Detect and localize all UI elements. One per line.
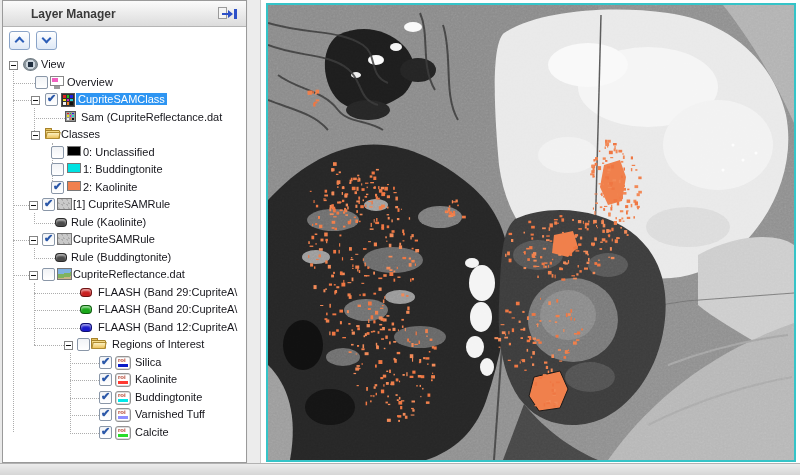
collapse-expander[interactable] xyxy=(9,61,18,70)
visibility-checkbox-1-cupritesamrule[interactable] xyxy=(42,198,55,211)
band-icon xyxy=(80,305,92,314)
tree-label-0-unclassified: 0: Unclassified xyxy=(83,146,155,158)
tree-label-kaolinite: Kaolinite xyxy=(135,373,177,385)
tree-connector xyxy=(13,205,29,206)
visibility-checkbox-0-unclassified[interactable] xyxy=(51,146,64,159)
tree-connector xyxy=(13,240,29,241)
panel-titlebar: Layer Manager xyxy=(3,1,246,27)
collapse-expander[interactable] xyxy=(31,96,40,105)
collapse-expander[interactable] xyxy=(29,271,38,280)
class-grid-small-icon xyxy=(65,111,76,122)
tree-row-sam-cupritereflectance-dat[interactable]: Sam (CupriteReflectance.dat xyxy=(3,109,246,127)
tree-connector xyxy=(70,398,99,399)
visibility-checkbox-kaolinite[interactable] xyxy=(99,373,112,386)
tree-row-classes[interactable]: Classes xyxy=(3,126,246,144)
folder-icon xyxy=(91,338,107,350)
dock-panel-icon[interactable] xyxy=(218,6,238,21)
visibility-checkbox-cupritereflectance-dat[interactable] xyxy=(42,268,55,281)
band-icon xyxy=(80,323,92,332)
tree-connector xyxy=(34,310,80,311)
status-strip xyxy=(0,463,800,475)
tree-row-varnished-tuff[interactable]: roiVarnished Tuff xyxy=(3,406,246,424)
view-eye-icon xyxy=(23,58,38,71)
layer-tree: ViewOverviewCupriteSAMClassSam (CupriteR… xyxy=(3,54,246,462)
visibility-checkbox-varnished-tuff[interactable] xyxy=(99,408,112,421)
tree-row-0-unclassified[interactable]: 0: Unclassified xyxy=(3,144,246,162)
tree-label-flaash-band-20-cupritea: FLAASH (Band 20:CupriteA\ xyxy=(98,303,237,315)
tree-row-rule-kaolinite[interactable]: Rule (Kaolinite) xyxy=(3,214,246,232)
tree-connector xyxy=(13,275,29,276)
tree-connector xyxy=(34,118,65,119)
tree-row-kaolinite[interactable]: roiKaolinite xyxy=(3,371,246,389)
tree-row-cupritereflectance-dat[interactable]: CupriteReflectance.dat xyxy=(3,266,246,284)
visibility-checkbox-cupritesamrule[interactable] xyxy=(42,233,55,246)
tree-connector xyxy=(70,380,99,381)
tree-row-1-buddingtonite[interactable]: 1: Buddingtonite xyxy=(3,161,246,179)
visibility-checkbox-2-kaolinite[interactable] xyxy=(51,181,64,194)
image-viewport xyxy=(261,0,800,463)
roi-icon: roi xyxy=(115,426,131,440)
visibility-checkbox-silica[interactable] xyxy=(99,356,112,369)
move-layer-up-button[interactable] xyxy=(9,31,30,50)
layer-manager-panel: Layer Manager ViewOverviewCupriteSAMClas… xyxy=(2,0,247,463)
image-view[interactable] xyxy=(266,3,796,462)
tree-label-cupritesamrule: CupriteSAMRule xyxy=(73,233,155,245)
move-layer-down-button[interactable] xyxy=(36,31,57,50)
tree-label-view: View xyxy=(41,58,65,70)
class-grid-icon xyxy=(61,93,75,107)
tree-row-flaash-band-29-cupritea[interactable]: FLAASH (Band 29:CupriteA\ xyxy=(3,284,246,302)
tree-row-rule-buddingtonite[interactable]: Rule (Buddingtonite) xyxy=(3,249,246,267)
band-icon xyxy=(80,288,92,297)
tree-row-view[interactable]: View xyxy=(3,56,246,74)
tree-connector xyxy=(34,223,55,224)
roi-icon: roi xyxy=(115,408,131,422)
visibility-checkbox-overview[interactable] xyxy=(35,76,48,89)
collapse-expander[interactable] xyxy=(29,236,38,245)
tree-row-flaash-band-12-cupritea[interactable]: FLAASH (Band 12:CupriteA\ xyxy=(3,319,246,337)
tree-row-overview[interactable]: Overview xyxy=(3,74,246,92)
grayscale-image-icon xyxy=(57,233,72,245)
visibility-checkbox-buddingtonite[interactable] xyxy=(99,391,112,404)
panel-toolbar xyxy=(3,28,246,54)
tree-row-cupritesamrule[interactable]: CupriteSAMRule xyxy=(3,231,246,249)
tree-row-1-cupritesamrule[interactable]: [1] CupriteSAMRule xyxy=(3,196,246,214)
visibility-checkbox-1-buddingtonite[interactable] xyxy=(51,163,64,176)
tree-label-2-kaolinite: 2: Kaolinite xyxy=(83,181,137,193)
tree-row-2-kaolinite[interactable]: 2: Kaolinite xyxy=(3,179,246,197)
overview-monitor-icon xyxy=(50,76,65,89)
tree-row-calcite[interactable]: roiCalcite xyxy=(3,424,246,442)
tree-connector xyxy=(70,363,99,364)
tree-row-buddingtonite[interactable]: roiBuddingtonite xyxy=(3,389,246,407)
panel-splitter[interactable] xyxy=(248,0,261,463)
tree-connector xyxy=(70,433,99,434)
collapse-expander[interactable] xyxy=(31,131,40,140)
tree-label-1-cupritesamrule: [1] CupriteSAMRule xyxy=(73,198,170,210)
class-color-swatch xyxy=(67,181,81,191)
visibility-checkbox-regions-of-interest[interactable] xyxy=(77,338,90,351)
tree-label-classes: Classes xyxy=(61,128,100,140)
tree-connector xyxy=(13,100,31,101)
roi-icon: roi xyxy=(115,356,131,370)
tree-row-silica[interactable]: roiSilica xyxy=(3,354,246,372)
tree-label-varnished-tuff: Varnished Tuff xyxy=(135,408,205,420)
tree-label-flaash-band-12-cupritea: FLAASH (Band 12:CupriteA\ xyxy=(98,321,237,333)
tree-row-regions-of-interest[interactable]: Regions of Interest xyxy=(3,336,246,354)
tree-row-flaash-band-20-cupritea[interactable]: FLAASH (Band 20:CupriteA\ xyxy=(3,301,246,319)
tree-label-silica: Silica xyxy=(135,356,161,368)
tree-connector xyxy=(34,345,64,346)
class-color-swatch xyxy=(67,146,81,156)
collapse-expander[interactable] xyxy=(64,341,73,350)
roi-icon: roi xyxy=(115,391,131,405)
visibility-checkbox-cupritesamclass[interactable] xyxy=(45,93,58,106)
tree-row-cupritesamclass[interactable]: CupriteSAMClass xyxy=(3,91,246,109)
tree-connector xyxy=(34,328,80,329)
visibility-checkbox-calcite[interactable] xyxy=(99,426,112,439)
collapse-expander[interactable] xyxy=(29,201,38,210)
tree-label-overview: Overview xyxy=(67,76,113,88)
roi-icon: roi xyxy=(115,373,131,387)
tree-connector xyxy=(34,258,55,259)
tree-label-regions-of-interest: Regions of Interest xyxy=(112,338,204,350)
tree-label-cupritereflectance-dat: CupriteReflectance.dat xyxy=(73,268,185,280)
tree-label-buddingtonite: Buddingtonite xyxy=(135,391,202,403)
folder-icon xyxy=(45,128,61,140)
